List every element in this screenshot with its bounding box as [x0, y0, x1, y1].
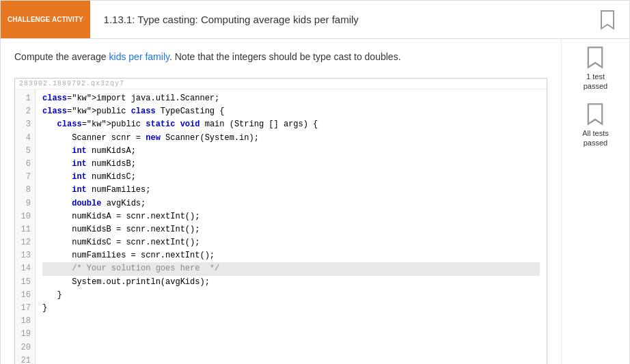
badge-line2: ACTIVITY	[52, 15, 83, 24]
line-number: 16	[19, 289, 31, 302]
code-body: 123456789101112131415161718192021 class=…	[15, 89, 547, 364]
bookmark-container[interactable]	[586, 1, 629, 38]
line-number: 5	[19, 145, 31, 158]
code-editor[interactable]: 283902.1889792.qx3zqy7 12345678910111213…	[14, 78, 547, 364]
header: CHALLENGE ACTIVITY 1.13.1: Type casting:…	[1, 1, 629, 39]
content-area: Compute the average kids per family. Not…	[1, 39, 629, 364]
code-line: System.out.println(avgKids);	[42, 276, 540, 289]
code-line: numFamilies = scnr.nextInt();	[42, 249, 540, 262]
line-number: 21	[19, 354, 31, 364]
test-badge-1: All tests passed	[582, 102, 609, 148]
test-label-0: 1 test passed	[584, 72, 607, 92]
desc-after: . Note that the integers should be type …	[169, 51, 401, 62]
code-line: class="kw">import java.util.Scanner;	[42, 92, 540, 105]
all-tests-pass-icon	[586, 102, 605, 126]
bookmark-icon[interactable]	[599, 10, 616, 30]
desc-before: Compute the average	[14, 51, 109, 62]
line-number: 14	[19, 262, 31, 275]
badge-line1: CHALLENGE	[8, 15, 50, 24]
code-line: class="kw">public static void main (Stri…	[42, 118, 540, 131]
desc-highlight: kids per family	[109, 51, 169, 62]
test-label-1: All tests passed	[582, 128, 609, 148]
test-pass-icon	[586, 46, 605, 69]
line-number: 12	[19, 236, 31, 249]
code-line: numKidsB = scnr.nextInt();	[42, 223, 540, 236]
left-panel: Compute the average kids per family. Not…	[1, 39, 561, 364]
line-number: 2	[19, 105, 31, 118]
main-container: CHALLENGE ACTIVITY 1.13.1: Type casting:…	[0, 0, 630, 364]
code-content[interactable]: class="kw">import java.util.Scanner;clas…	[36, 89, 547, 364]
code-line: /* Your solution goes here */	[42, 262, 540, 275]
code-line: int numFamilies;	[42, 184, 540, 197]
line-numbers: 123456789101112131415161718192021	[15, 89, 36, 364]
code-line: int numKidsA;	[42, 145, 540, 158]
code-line: int numKidsC;	[42, 171, 540, 184]
code-line: numKidsC = scnr.nextInt();	[42, 236, 540, 249]
line-number: 6	[19, 158, 31, 171]
code-line: class="kw">public class TypeCasting {	[42, 105, 540, 118]
line-number: 19	[19, 328, 31, 341]
code-line: }	[42, 302, 540, 315]
line-number: 18	[19, 315, 31, 328]
line-number: 4	[19, 132, 31, 145]
line-number: 17	[19, 302, 31, 315]
code-watermark: 283902.1889792.qx3zqy7	[15, 79, 547, 89]
line-number: 1	[19, 92, 31, 105]
activity-title: 1.13.1: Type casting: Computing average …	[104, 14, 359, 25]
line-number: 8	[19, 184, 31, 197]
line-number: 11	[19, 223, 31, 236]
code-line: double avgKids;	[42, 197, 540, 210]
code-line: numKidsA = scnr.nextInt();	[42, 210, 540, 223]
line-number: 15	[19, 276, 31, 289]
header-title: 1.13.1: Type casting: Computing average …	[90, 1, 586, 38]
line-number: 10	[19, 210, 31, 223]
test-badge-0: 1 test passed	[584, 46, 607, 92]
description: Compute the average kids per family. Not…	[14, 50, 547, 64]
line-number: 9	[19, 197, 31, 210]
challenge-badge: CHALLENGE ACTIVITY	[1, 1, 90, 38]
line-number: 13	[19, 249, 31, 262]
right-panel: 1 test passedAll tests passed	[561, 39, 629, 364]
code-line: Scanner scnr = new Scanner(System.in);	[42, 132, 540, 145]
line-number: 7	[19, 171, 31, 184]
line-number: 20	[19, 341, 31, 354]
line-number: 3	[19, 118, 31, 131]
code-line: int numKidsB;	[42, 158, 540, 171]
code-line: }	[42, 289, 540, 302]
